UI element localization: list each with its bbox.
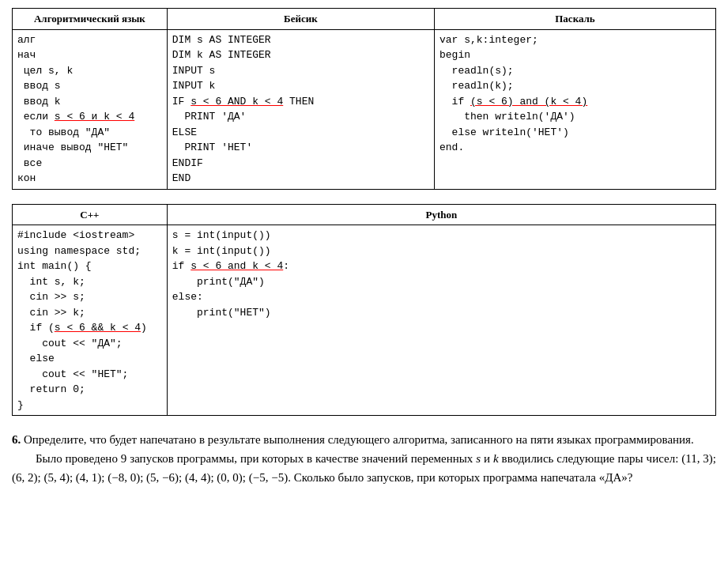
var-s: s xyxy=(476,452,481,465)
header-cpp: C++ xyxy=(13,204,168,225)
var-k: k xyxy=(493,452,499,465)
basic-code: DIM s AS INTEGER DIM k AS INTEGER INPUT … xyxy=(167,29,434,189)
cpp-condition: s < 6 && k < 4 xyxy=(55,322,141,334)
code-table-bottom: C++ Python #include <iostream> using nam… xyxy=(12,204,716,417)
header-pascal: Паскаль xyxy=(434,9,715,30)
algo-code: алг нач цел s, k ввод s ввод k если s < … xyxy=(13,29,168,189)
algo-condition: s < 6 и k < 4 xyxy=(55,111,134,123)
pascal-code: var s,k:integer; begin readln(s); readln… xyxy=(434,29,715,189)
python-condition: s < 6 and k < 4 xyxy=(190,260,283,272)
cpp-code: #include <iostream> using namespace std;… xyxy=(13,225,168,416)
problem-section: 6. Определите, что будет напечатано в ре… xyxy=(12,430,716,487)
basic-condition: s < 6 AND k < 4 xyxy=(190,96,283,108)
python-code: s = int(input()) k = int(input()) if s <… xyxy=(167,225,715,416)
header-python: Python xyxy=(167,204,715,225)
code-table-top: Алгоритмический язык Бейсик Паскаль алг … xyxy=(12,8,716,190)
problem-body: Было проведено 9 запусков программы, при… xyxy=(12,449,716,487)
header-algo: Алгоритмический язык xyxy=(13,9,168,30)
problem-number: 6. xyxy=(12,433,21,446)
problem-title: Определите, что будет напечатано в резул… xyxy=(24,433,694,446)
pascal-condition: (s < 6) and (k < 4) xyxy=(470,96,587,108)
header-basic: Бейсик xyxy=(167,9,434,30)
problem-statement: 6. Определите, что будет напечатано в ре… xyxy=(12,430,716,449)
